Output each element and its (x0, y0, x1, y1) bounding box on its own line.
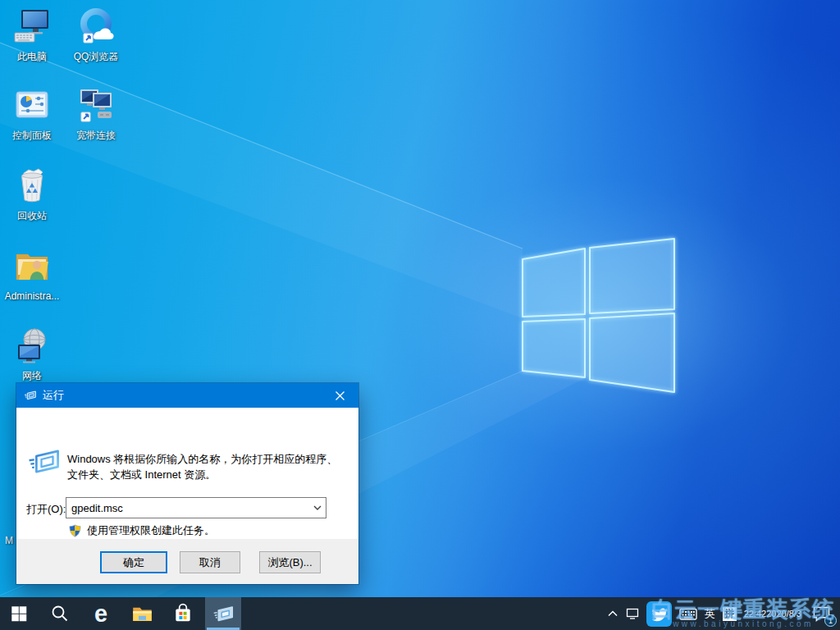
run-dialog-footer: 确定 取消 浏览(B)... (16, 539, 358, 584)
run-description-line1: Windows 将根据你所输入的名称，为你打开相应的程序、 (67, 451, 337, 467)
hidden-icon-label-fragment: M (5, 535, 13, 546)
desktop: 此电脑 QQ浏览器 控制面板 (0, 0, 840, 597)
desktop-icon-network[interactable]: 网络 (1, 326, 63, 381)
recycle-bin-icon (12, 166, 52, 205)
ime-mode-indicator[interactable]: 英 (705, 606, 715, 621)
run-taskbar-button[interactable] (205, 597, 241, 630)
taskbar-apps: e (0, 597, 244, 630)
close-button[interactable] (321, 383, 358, 408)
icon-label: 回收站 (1, 210, 63, 221)
uac-shield-icon (69, 524, 81, 537)
notification-badge: 1 (824, 614, 837, 627)
close-icon (336, 391, 345, 400)
this-pc-icon (12, 7, 52, 46)
display-icon (626, 607, 639, 620)
desktop-icon-administrator[interactable]: Administra... (1, 246, 63, 302)
run-dialog-body: Windows 将根据你所输入的名称，为你打开相应的程序、 文件夹、文档或 In… (16, 408, 358, 539)
control-panel-icon (12, 85, 52, 125)
file-explorer-icon (131, 603, 153, 625)
start-button[interactable] (0, 597, 38, 630)
desktop-icon-this-pc[interactable]: 此电脑 (1, 7, 63, 62)
dialog-title: 运行 (43, 388, 321, 403)
ime-language-button[interactable]: 拼 (723, 607, 737, 621)
clock-date: 2020/8/3 (766, 609, 801, 619)
microsoft-store-icon (172, 603, 194, 624)
icon-label: 此电脑 (1, 51, 63, 62)
action-center-button[interactable]: 1 (809, 601, 833, 626)
keyboard-icon (679, 606, 697, 621)
twitter-bird-icon (651, 605, 668, 623)
run-command-combobox (66, 497, 326, 518)
clock[interactable]: 22:42 2020/8/3 (744, 609, 801, 619)
desktop-icon-control-panel[interactable]: 控制面板 (1, 85, 63, 141)
icon-label: QQ浏览器 (65, 51, 127, 62)
run-dialog-titlebar[interactable]: 运行 (16, 383, 358, 408)
icon-label: Administra... (1, 290, 63, 302)
tray-display-button[interactable] (626, 607, 639, 620)
admin-note-text: 使用管理权限创建此任务。 (87, 523, 215, 538)
twitter-tray-button[interactable] (646, 601, 672, 627)
broadband-connection-icon (76, 85, 116, 125)
desktop-icon-broadband[interactable]: 宽带连接 (65, 85, 127, 141)
network-icon (12, 326, 52, 365)
microsoft-store-button[interactable] (164, 597, 202, 630)
clock-time: 22:42 (744, 609, 767, 619)
chevron-up-icon (607, 609, 619, 618)
icon-label: 网络 (1, 370, 63, 381)
edge-icon: e (94, 602, 107, 626)
desktop-icon-qq-browser[interactable]: QQ浏览器 (65, 7, 127, 62)
icon-label: 宽带连接 (65, 130, 127, 141)
run-app-icon (212, 603, 235, 625)
ime-pinyin-badge: 拼 (723, 607, 737, 621)
system-tray: 英 拼 22:42 2020/8/3 1 (607, 597, 840, 630)
windows-start-icon (10, 605, 28, 623)
desktop-icon-recycle-bin[interactable]: 回收站 (1, 166, 63, 221)
cancel-button[interactable]: 取消 (180, 551, 240, 573)
run-command-input[interactable] (66, 497, 326, 518)
taskbar: e (0, 597, 840, 630)
run-icon (27, 445, 62, 479)
touch-keyboard-button[interactable] (679, 606, 697, 621)
search-button[interactable] (41, 597, 79, 630)
run-window-icon (24, 389, 37, 402)
ok-button[interactable]: 确定 (100, 551, 167, 573)
run-description: Windows 将根据你所输入的名称，为你打开相应的程序、 文件夹、文档或 In… (67, 451, 337, 482)
run-dialog: 运行 Windows 将根据你所输入的名称，为你打开相应的程序、 文件夹、文 (16, 383, 358, 584)
file-explorer-button[interactable] (123, 597, 161, 630)
search-icon (50, 604, 70, 623)
browse-button[interactable]: 浏览(B)... (259, 551, 321, 573)
admin-note-row: 使用管理权限创建此任务。 (69, 523, 215, 538)
administrator-folder-icon (12, 246, 52, 285)
qq-browser-icon (76, 7, 116, 46)
edge-button[interactable]: e (82, 597, 120, 630)
open-label: 打开(O): (26, 502, 66, 517)
run-description-line2: 文件夹、文档或 Internet 资源。 (67, 467, 337, 482)
icon-label: 控制面板 (1, 130, 63, 141)
show-hidden-icons-button[interactable] (607, 609, 619, 618)
